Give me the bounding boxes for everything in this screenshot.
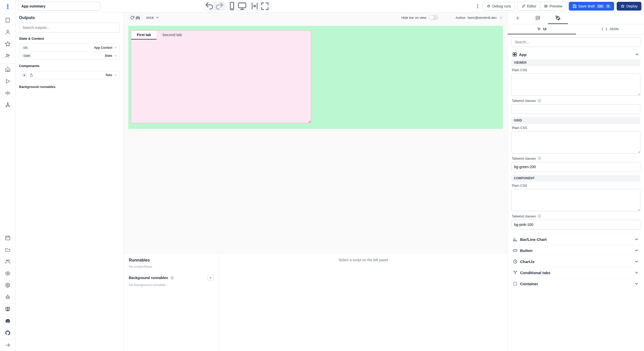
svg-marker-57 — [538, 18, 540, 19]
save-draft-kbd-ctrl: Ctrl — [597, 4, 604, 8]
state-row[interactable]: state State — [19, 52, 120, 60]
save-draft-button[interactable]: Save draft Ctrl S — [569, 2, 614, 11]
nav-variables-icon[interactable] — [0, 87, 15, 99]
nav-docs-icon[interactable] — [0, 303, 15, 315]
svg-point-40 — [477, 4, 478, 5]
ctx-pill: ctx — [21, 45, 29, 50]
app-section-header[interactable]: App — [511, 50, 640, 59]
nav-github-icon[interactable] — [0, 327, 15, 339]
info-icon[interactable]: i — [537, 214, 541, 218]
grid-container[interactable]: First tab Second tab — [128, 26, 503, 129]
svg-point-8 — [8, 55, 10, 56]
right-search-input[interactable] — [511, 37, 640, 47]
nav-workers-icon[interactable] — [0, 291, 15, 303]
undo-button[interactable] — [204, 2, 214, 10]
mode-tab-json[interactable]: { }JSON — [576, 24, 644, 34]
svg-point-30 — [7, 295, 8, 295]
hide-bar-label: Hide bar on view — [401, 16, 426, 20]
preview-button[interactable]: Preview — [540, 2, 566, 11]
chevron-down-icon — [634, 270, 639, 275]
outputs-search-input[interactable] — [19, 23, 120, 32]
mode-tab-ui[interactable]: UI — [508, 24, 576, 34]
nav-runs-icon[interactable] — [0, 75, 15, 87]
tab-first-label: First tab — [137, 33, 151, 37]
right-tab-styling[interactable] — [548, 12, 568, 24]
info-icon[interactable]: i — [537, 99, 541, 103]
svg-point-27 — [7, 297, 7, 298]
nav-discord-icon[interactable] — [0, 315, 15, 327]
debug-runs-label: Debug runs — [492, 4, 511, 8]
svg-point-58 — [557, 17, 558, 18]
category-bar-line-chart[interactable]: Bar/Line Chart — [511, 234, 640, 245]
redo-button[interactable] — [214, 2, 225, 10]
resize-handle-icon[interactable] — [308, 120, 310, 123]
nav-groups-icon[interactable] — [0, 256, 15, 267]
nav-settings-icon[interactable] — [0, 279, 15, 291]
tabs-component[interactable]: First tab Second tab — [131, 30, 311, 123]
chevron-down-icon — [634, 259, 639, 264]
svg-marker-6 — [5, 42, 10, 46]
author-info-icon[interactable]: i — [499, 15, 503, 20]
right-tab-components[interactable] — [528, 12, 548, 24]
nav-star-icon[interactable] — [0, 38, 15, 50]
debug-runs-button[interactable]: Debug runs — [483, 2, 515, 11]
hide-bar-toggle[interactable] — [429, 15, 438, 20]
runnables-title: Runnables — [129, 258, 214, 263]
viewer-plain-css-label: Plain CSS — [512, 68, 640, 72]
ctx-row[interactable]: ctx App Context — [19, 44, 120, 52]
svg-rect-18 — [5, 236, 10, 240]
tab-first[interactable]: First tab — [131, 31, 157, 39]
svg-marker-10 — [6, 79, 10, 83]
grid-plain-css-input[interactable] — [511, 131, 640, 153]
category-button[interactable]: Button — [511, 245, 640, 256]
author-label: Author — [456, 16, 465, 20]
viewer-plain-css-input[interactable] — [511, 74, 640, 96]
component-a-row[interactable]: a Tabs — [19, 71, 120, 79]
svg-rect-55 — [538, 16, 540, 18]
width-toggle-button[interactable] — [249, 2, 260, 10]
save-draft-label: Save draft — [578, 4, 595, 8]
chevron-down-icon — [114, 46, 117, 50]
right-tab-add[interactable] — [508, 12, 528, 24]
script-editor-hint: Select a script on the left panel — [338, 258, 388, 262]
svg-rect-61 — [513, 55, 514, 56]
grid-tw-input[interactable] — [511, 162, 640, 172]
nav-user-icon[interactable] — [0, 26, 15, 38]
nav-audit-icon[interactable] — [0, 267, 15, 279]
add-bg-runnable-button[interactable] — [207, 275, 214, 281]
editor-button[interactable]: Editor — [518, 2, 540, 11]
nav-home-icon[interactable] — [0, 63, 15, 75]
category-container[interactable]: Container — [511, 278, 640, 289]
category-conditional-tabs[interactable]: Conditional tabs — [511, 267, 640, 278]
svg-point-73 — [516, 271, 516, 272]
mobile-view-button[interactable] — [227, 2, 237, 10]
info-icon[interactable]: i — [170, 276, 174, 280]
component-tw-input[interactable] — [511, 220, 640, 230]
more-menu-button[interactable] — [475, 4, 480, 9]
tab-second[interactable]: Second tab — [157, 31, 187, 39]
component-plain-css-input[interactable] — [511, 189, 640, 211]
run-mode-select[interactable]: once — [146, 15, 159, 20]
info-icon[interactable]: i — [537, 156, 541, 160]
mode-tab-json-label: JSON — [609, 27, 618, 31]
nav-workspace-icon[interactable] — [0, 14, 15, 26]
nav-collapse-icon[interactable] — [0, 339, 15, 351]
svg-rect-62 — [515, 55, 516, 56]
component-tw-label: Tailwind classes — [512, 214, 536, 218]
fullscreen-button[interactable] — [260, 2, 270, 10]
nav-resources-icon[interactable] — [0, 99, 15, 111]
svg-line-16 — [6, 105, 7, 106]
nav-schedules-icon[interactable] — [0, 232, 15, 244]
refresh-button[interactable]: (0) — [128, 15, 142, 21]
nav-users-icon[interactable] — [0, 50, 15, 62]
components-label: Components — [19, 64, 120, 68]
category-chartjs[interactable]: ChartJs — [511, 256, 640, 267]
refresh-count: (0) — [136, 16, 140, 20]
app-title-input[interactable] — [18, 2, 100, 11]
state-pill: state — [21, 53, 32, 58]
svg-point-39 — [254, 5, 256, 7]
deploy-button[interactable]: Deploy — [617, 2, 641, 11]
nav-folders-icon[interactable] — [0, 244, 15, 256]
desktop-view-button[interactable] — [237, 2, 247, 10]
viewer-tw-input[interactable] — [511, 104, 640, 114]
